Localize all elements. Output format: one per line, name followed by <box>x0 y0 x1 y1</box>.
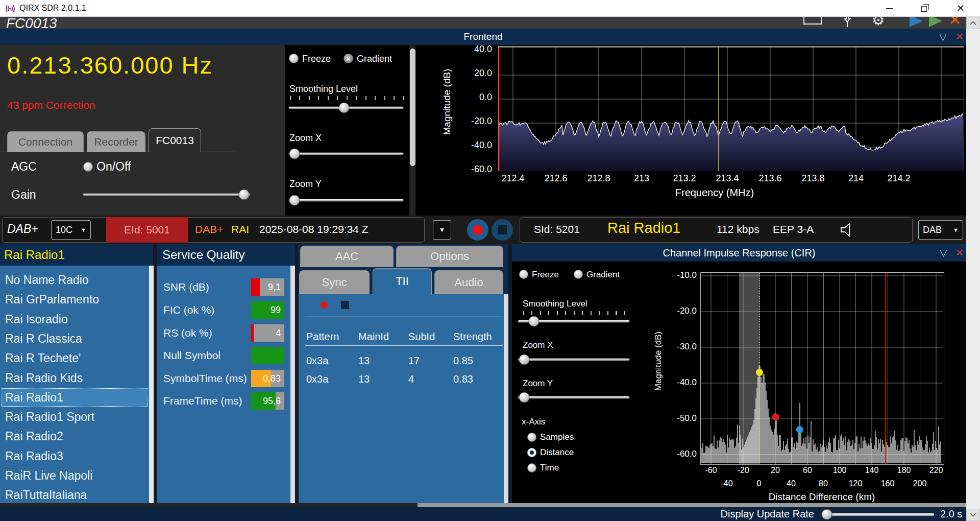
spectrum-svg <box>498 48 964 171</box>
service-item[interactable]: Rai Radio2 <box>1 427 148 446</box>
tii-cell: 0.85 <box>453 355 473 367</box>
spectrum-ytick: 20.0 <box>441 68 492 79</box>
receiver-tab-connection[interactable]: Connection <box>7 131 84 152</box>
gain-slider-thumb[interactable] <box>239 190 250 200</box>
blue-flag-icon[interactable] <box>910 17 923 27</box>
green-flag-icon[interactable] <box>929 17 942 27</box>
cir-svg <box>701 273 943 464</box>
service-quality-panel: Service Quality SNR (dB)9,1FIC (ok %)99R… <box>157 244 295 503</box>
frontend-close-icon[interactable]: ✕ <box>955 31 964 42</box>
scroll-down-button[interactable] <box>966 509 980 521</box>
update-rate-track2[interactable] <box>823 513 934 515</box>
service-item[interactable]: Rai R Techete' <box>1 348 148 368</box>
sq-row-bar: 9,1 <box>251 278 284 296</box>
service-item[interactable]: Rai Radio3 <box>1 446 148 466</box>
service-item[interactable]: Rai R Classica <box>1 329 148 348</box>
right-scrollbar[interactable] <box>966 17 980 521</box>
restore-button[interactable] <box>913 0 936 17</box>
smoothing-slider-thumb[interactable] <box>339 103 350 113</box>
service-item[interactable]: Rai GrParlamento <box>1 290 148 309</box>
window-frame-icon[interactable] <box>803 17 822 25</box>
sq-row-bar <box>251 347 284 364</box>
spectrum-plot[interactable] <box>498 46 964 171</box>
cir-marker-main-peak <box>756 369 763 376</box>
gear-icon[interactable]: ⚙ <box>872 17 885 29</box>
decoder-tab-tii[interactable]: TII <box>373 268 432 295</box>
cir-xtick: 120 <box>840 479 871 488</box>
cir-zoom-y-thumb[interactable] <box>519 392 530 403</box>
speaker-icon[interactable] <box>837 221 855 239</box>
cir-xlabel: Distance Difference (km) <box>745 491 898 503</box>
tii-divider <box>305 317 503 317</box>
cir-freeze-radio[interactable] <box>519 270 528 279</box>
zoom-x-slider-track[interactable] <box>289 153 403 155</box>
cir-close-icon[interactable]: ✕ <box>955 247 964 258</box>
cir-xaxis-radio-time[interactable] <box>527 463 536 472</box>
close-button[interactable]: ✕ <box>949 0 972 17</box>
cir-zoom-x-thumb[interactable] <box>519 354 530 365</box>
gain-slider-track[interactable] <box>83 194 250 196</box>
service-item[interactable]: Rai Radio1 Sport <box>1 407 148 427</box>
channel-select[interactable]: 10C ▼ <box>51 220 91 240</box>
cir-impulse-comb <box>702 366 941 463</box>
services-panel: Rai Radio1 No Name RadioRai GrParlamento… <box>0 244 153 503</box>
cir-xaxis-radio-distance[interactable] <box>527 448 536 457</box>
zoom-y-slider-track[interactable] <box>289 199 403 201</box>
service-item[interactable]: No Name Radio <box>1 270 148 290</box>
tii-cell: 17 <box>408 355 420 367</box>
freeze-radio[interactable] <box>289 54 299 63</box>
cir-xaxis-radio-samples[interactable] <box>527 433 536 442</box>
spectrum-xtick: 213.2 <box>664 173 705 184</box>
cir-ytick: -10.0 <box>646 270 697 280</box>
spectrum-xtick: 214.2 <box>878 173 919 184</box>
cir-smoothing-thumb[interactable] <box>529 316 540 327</box>
output-select[interactable]: DAB ▼ <box>918 220 963 240</box>
cir-xaxis-option-label: Samples <box>540 432 574 442</box>
cir-zoom-y-track[interactable] <box>518 396 629 398</box>
gradient-checkbox[interactable]: ✕ <box>344 54 353 63</box>
chevron-up-icon <box>970 21 976 28</box>
pin-icon[interactable] <box>842 17 852 28</box>
frontend-collapse-icon[interactable]: ▽ <box>939 31 947 42</box>
minimize-button[interactable] <box>878 0 901 17</box>
frontend-splitter[interactable] <box>410 49 415 166</box>
service-item[interactable]: Rai Radio1 <box>1 388 148 407</box>
zoom-y-slider-thumb[interactable] <box>289 195 300 206</box>
cir-plot[interactable] <box>700 272 944 465</box>
service-item[interactable]: RaiTuttaItaliana <box>1 485 148 505</box>
receiver-tab-fc0013[interactable]: FC0013 <box>149 128 201 152</box>
sq-row-value: 95,6 <box>263 392 281 410</box>
services-scrollbar[interactable] <box>149 266 154 503</box>
stop-button[interactable] <box>492 219 513 241</box>
sq-scrollbar[interactable] <box>290 266 295 503</box>
cir-collapse-icon[interactable]: ▽ <box>940 247 947 258</box>
receiver-tab-recorder[interactable]: Recorder <box>87 131 145 152</box>
cir-zoom-x-track[interactable] <box>518 359 629 361</box>
orange-close-icon[interactable]: ✕ <box>948 17 961 29</box>
mux-dropdown-button[interactable]: ▼ <box>433 220 451 240</box>
smoothing-ticks <box>290 96 404 100</box>
minimize-icon <box>886 8 893 9</box>
service-item[interactable]: Rai Radio Kids <box>1 368 148 388</box>
sq-row-label: SymbolTime (ms) <box>163 370 247 387</box>
service-item[interactable]: RaiR Live Napoli <box>1 466 148 485</box>
scroll-up-button[interactable] <box>966 17 980 29</box>
zoom-x-slider-thumb[interactable] <box>289 149 300 159</box>
sq-header: Service Quality <box>162 248 244 262</box>
decoder-scrollbar[interactable] <box>504 294 508 503</box>
bitrate: 112 kbps <box>717 223 760 235</box>
update-rate-thumb[interactable] <box>822 509 832 520</box>
app-icon <box>5 3 16 14</box>
service-item[interactable]: Rai Isoradio <box>1 310 148 329</box>
agc-radio[interactable] <box>83 162 93 172</box>
cir-gradient-radio[interactable] <box>574 270 583 279</box>
decoder-tab-sync[interactable]: Sync <box>299 270 370 294</box>
eid-badge: EId: 5001 <box>106 217 188 243</box>
decoder-tab-options[interactable]: Options <box>396 246 503 267</box>
cir-gradient-label: Gradient <box>586 270 620 280</box>
decoder-tab-audio[interactable]: Audio <box>434 270 503 294</box>
decoder-tab-aac[interactable]: AAC <box>300 246 394 267</box>
record-button[interactable] <box>467 219 488 241</box>
spectrum-ytick: -40.0 <box>441 140 492 151</box>
tii-cell: 4 <box>408 373 414 385</box>
